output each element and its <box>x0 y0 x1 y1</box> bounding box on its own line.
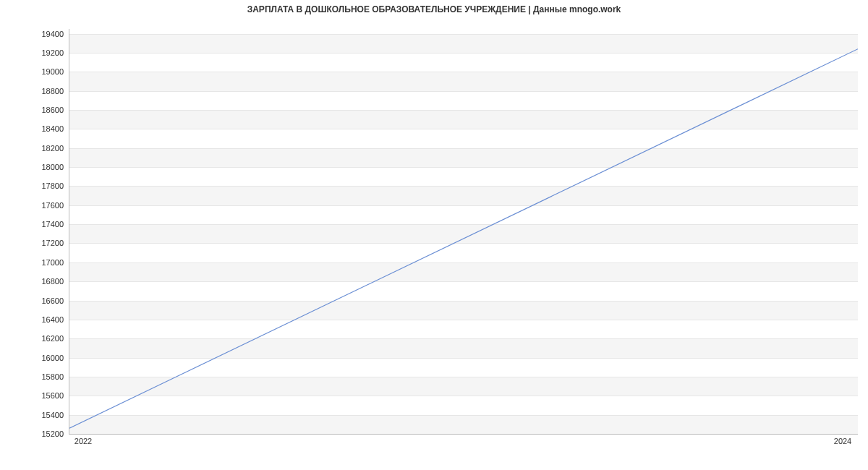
y-tick-label: 18600 <box>6 106 64 114</box>
y-tick-label: 16600 <box>6 296 64 305</box>
y-tick-label: 19200 <box>6 48 64 57</box>
y-tick-label: 17000 <box>6 258 64 267</box>
y-tick-label: 17400 <box>6 220 64 228</box>
line-chart: ЗАРПЛАТА В ДОШКОЛЬНОЕ ОБРАЗОВАТЕЛЬНОЕ УЧ… <box>0 0 868 470</box>
y-tick-label: 16800 <box>6 277 64 286</box>
y-tick-label: 15600 <box>6 391 64 400</box>
chart-title: ЗАРПЛАТА В ДОШКОЛЬНОЕ ОБРАЗОВАТЕЛЬНОЕ УЧ… <box>0 4 868 14</box>
x-tick-label: 2024 <box>834 437 851 445</box>
y-tick-label: 17200 <box>6 239 64 247</box>
y-tick-label: 17800 <box>6 181 64 190</box>
series-layer <box>69 29 858 434</box>
y-tick-label: 18800 <box>6 87 64 95</box>
y-tick-label: 19000 <box>6 67 64 76</box>
y-tick-label: 19400 <box>6 30 64 38</box>
y-tick-label: 16200 <box>6 334 64 343</box>
y-tick-label: 15800 <box>6 372 64 381</box>
gridline <box>69 434 858 435</box>
y-tick-label: 18200 <box>6 144 64 153</box>
y-tick-label: 16000 <box>6 354 64 362</box>
y-tick-label: 17600 <box>6 201 64 210</box>
y-tick-label: 18400 <box>6 124 64 133</box>
series-line <box>69 49 858 428</box>
plot-area <box>69 29 858 435</box>
x-tick-label: 2022 <box>75 437 92 445</box>
y-tick-label: 16400 <box>6 315 64 324</box>
y-tick-label: 15200 <box>6 430 64 438</box>
y-tick-label: 18000 <box>6 163 64 171</box>
y-tick-label: 15400 <box>6 411 64 419</box>
